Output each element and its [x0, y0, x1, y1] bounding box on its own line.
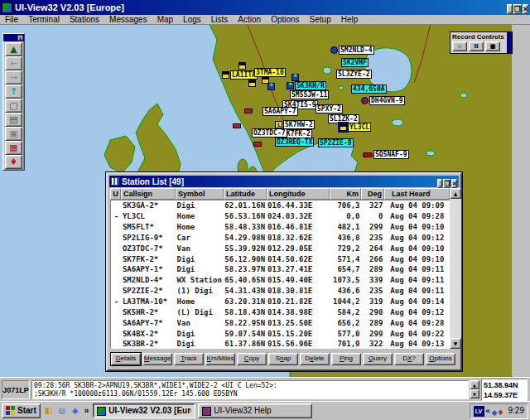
- table-row[interactable]: SA6APY-1*Digi58.23.97N013.27.41E654,7289…: [111, 264, 449, 275]
- map-station-SK3KH/R[interactable]: SK3KH/R: [287, 81, 326, 90]
- table-row[interactable]: SK5HR-2*(L) Digi58.18.43N014.38.98E584,2…: [111, 307, 449, 317]
- table-row[interactable]: SK3BR-2*Digi61.37.86N015.56.96E701,9322A…: [111, 339, 449, 349]
- map-station-OZ3REQ-TX[interactable]: OZ3REQ-TX: [275, 138, 314, 147]
- column-header-km[interactable]: Km: [330, 188, 361, 200]
- menu-lists[interactable]: Lists: [206, 15, 234, 24]
- dx--button[interactable]: DX?: [394, 353, 424, 365]
- quicklaunch-icon-1[interactable]: ◧: [43, 405, 55, 417]
- map-toolbar-titlebar[interactable]: x: [3, 34, 24, 41]
- cell: (1) Digi: [176, 286, 224, 296]
- map-station-SA6APY-7[interactable]: SA6APY-7: [263, 107, 298, 116]
- map-station-YL3CL[interactable]: YL3CL: [340, 123, 371, 132]
- query-button[interactable]: Query: [363, 353, 393, 365]
- km-miles-button[interactable]: Km/Miles: [205, 353, 235, 365]
- column-header-deg[interactable]: Deg: [361, 188, 384, 200]
- table-row[interactable]: OZ3TDC-7*Van55.39.92N012.29.05E729,2264A…: [111, 243, 449, 253]
- table-row[interactable]: SM5FLT*Home58.48.33N016.46.81E482,1299Au…: [111, 222, 449, 233]
- monitor-window[interactable]: 09:28:56R SK3BR-2>APNU19,SK3BR*,WIDE1*,W…: [31, 380, 469, 399]
- maximize-button[interactable]: ❐: [513, 4, 522, 14]
- back-arrow-button[interactable]: ←: [5, 56, 22, 70]
- grid-button[interactable]: ▣: [5, 127, 22, 141]
- map-station-DH4GVN-9[interactable]: DH4GVN-9: [361, 96, 405, 105]
- map-station-434,650A[interactable]: 434,650A: [351, 84, 387, 94]
- quicklaunch-more-icon[interactable]: »: [83, 405, 91, 417]
- spinner-down-icon[interactable]: ▼: [470, 389, 479, 398]
- table-row[interactable]: SK4BX-2*Digi59.07.54N015.15.20E577,0299A…: [111, 328, 449, 339]
- map-station-SM2NLD-4[interactable]: SM2NLD-4: [330, 46, 374, 55]
- printer-button[interactable]: ▤: [5, 113, 22, 127]
- options-button[interactable]: Options: [426, 353, 455, 365]
- quicklaunch-icon-2[interactable]: ◎: [56, 405, 68, 417]
- minimize-button[interactable]: _: [437, 179, 442, 188]
- map-station-SL3ZYE-2[interactable]: SL3ZYE-2: [336, 70, 372, 79]
- station-list-scrollbar[interactable]: ▲ ▼: [450, 188, 461, 349]
- pause-button[interactable]: II: [469, 41, 484, 51]
- table-row[interactable]: SM2NLD-4*WX Station65.40.65N015.49.40E10…: [111, 275, 449, 286]
- column-header-longitude[interactable]: Longitude: [267, 188, 330, 200]
- close-icon[interactable]: x: [17, 35, 23, 41]
- tray-icon-2[interactable]: ♦: [497, 408, 504, 417]
- table-row[interactable]: SP2ZIE-2*(1) Digi54.31.43N018.30.81E436,…: [111, 286, 449, 297]
- table-row[interactable]: -LA3TMA-10*Home63.20.31N010.21.82E1044,2…: [111, 297, 449, 307]
- column-header-callsign[interactable]: Callsign: [121, 188, 176, 200]
- map-station-3TMA-10[interactable]: 3TMA-10: [254, 68, 286, 77]
- delete-button[interactable]: Delete: [300, 353, 330, 365]
- menu-terminal[interactable]: Terminal: [23, 15, 65, 24]
- beacon-button[interactable]: ♦: [5, 155, 22, 169]
- table-row[interactable]: SK3GA-2*Digi62.01.16N016.44.33E706,3327A…: [111, 200, 449, 211]
- cell: SK7FK-2*: [122, 254, 176, 264]
- menu-stations[interactable]: Stations: [65, 15, 104, 24]
- copy-button[interactable]: Copy: [237, 353, 267, 365]
- tray-chevron-icon[interactable]: «: [486, 406, 490, 417]
- ping-button[interactable]: Ping: [331, 353, 361, 365]
- map-station-SQ5NAF-9[interactable]: SQ5NAF-9: [363, 150, 409, 159]
- menu-map[interactable]: Map: [152, 15, 178, 24]
- map-station-SK2VHF[interactable]: SK2VHF: [341, 58, 369, 67]
- details-button[interactable]: Details: [111, 353, 141, 365]
- map-station-5PXY-2[interactable]: 5PXY-2: [316, 104, 343, 113]
- map-button[interactable]: ▲: [5, 42, 22, 56]
- map-station-SP2ZIE-9[interactable]: SP2ZIE-9: [318, 138, 354, 147]
- quicklaunch-icon-3[interactable]: ◈: [70, 405, 81, 417]
- close-button[interactable]: ×: [523, 4, 528, 14]
- table-row[interactable]: SP2LIG-9*Car54.29.98N018.32.62E436,8235A…: [111, 233, 449, 244]
- map-station-SM5SJW-11[interactable]: SM5SJW-11: [290, 90, 329, 99]
- map-station-LA1ITA[interactable]: LA1ITA: [222, 70, 258, 80]
- blank-page-button[interactable]: ▢: [5, 99, 22, 113]
- minimize-button[interactable]: _: [507, 4, 513, 14]
- column-header-u[interactable]: U: [110, 188, 121, 200]
- close-button[interactable]: ×: [451, 179, 457, 188]
- menu-messages[interactable]: Messages: [104, 15, 152, 24]
- menu-options[interactable]: Options: [266, 15, 304, 24]
- task-button-1[interactable]: UI-View32 V2.03 [Europe]: [93, 403, 195, 418]
- stop-button[interactable]: ■: [485, 41, 500, 51]
- menu-help[interactable]: Help: [336, 15, 364, 24]
- spinner-up-icon[interactable]: ▲: [470, 380, 479, 389]
- start-button[interactable]: Start: [2, 403, 41, 418]
- table-row[interactable]: -YL3CLHome56.53.16N024.03.32E0,00Aug 04 …: [111, 211, 449, 222]
- up-arrow-button[interactable]: ↑: [5, 84, 22, 99]
- task-button-2[interactable]: UI-View32 Help: [198, 403, 312, 418]
- lv-tray-icon[interactable]: LV: [474, 406, 484, 417]
- scroll-up-icon[interactable]: ▲: [450, 188, 461, 199]
- message-button[interactable]: Message: [142, 353, 172, 365]
- snap-button[interactable]: Snap: [268, 353, 298, 365]
- menu-file[interactable]: File: [0, 15, 23, 24]
- scroll-down-icon[interactable]: ▼: [450, 338, 461, 349]
- table-row[interactable]: SA6APY-7*Van58.22.95N013.25.50E656,2289A…: [111, 317, 449, 328]
- station-list-titlebar[interactable]: Station List [49] _❐×: [109, 176, 459, 187]
- menu-action[interactable]: Action: [233, 15, 266, 24]
- record-controls-gripbar[interactable]: [507, 32, 512, 53]
- column-header-last-heard[interactable]: Last Heard: [384, 188, 450, 200]
- track-button[interactable]: Track: [174, 353, 204, 365]
- map-station-OZ3TDC-7[interactable]: OZ3TDC-7: [252, 128, 287, 138]
- column-header-latitude[interactable]: Latitude: [224, 188, 267, 200]
- forward-arrow-button[interactable]: →: [5, 70, 22, 84]
- menu-setup[interactable]: Setup: [305, 15, 336, 24]
- save-button[interactable]: ▦: [5, 141, 22, 155]
- column-header-symbol[interactable]: Symbol: [176, 188, 224, 200]
- menu-logs[interactable]: Logs: [178, 15, 206, 24]
- record-button[interactable]: ●: [452, 41, 467, 51]
- table-row[interactable]: SK7FK-2*Digi56.12.90N014.50.62E571,4266A…: [111, 253, 449, 264]
- maximize-button[interactable]: ❐: [443, 179, 450, 188]
